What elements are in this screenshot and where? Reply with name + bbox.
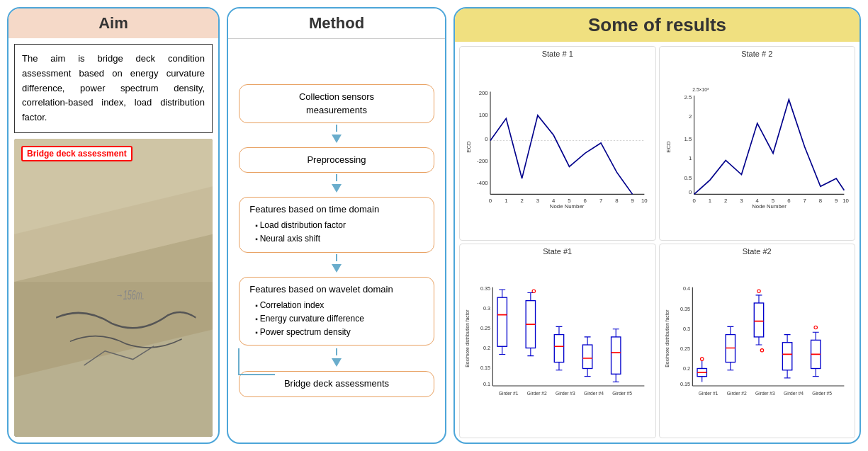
svg-point-127 (760, 349, 763, 352)
svg-rect-85 (582, 345, 592, 368)
chart-state1-box-title: State #1 (463, 247, 653, 256)
method-step-features-wavelet: Features based on wavelet domain Correla… (239, 277, 434, 346)
chart-state1-line: State # 1 200 100 0 -200 -400 0 1 2 3 (459, 46, 656, 241)
svg-text:Girder #5: Girder #5 (812, 391, 832, 396)
svg-text:0.3: 0.3 (682, 326, 689, 332)
bridge-assessment-label: Bridge deck assessments (284, 378, 389, 389)
features-wavelet-item2: Energy curvature difference (255, 312, 423, 326)
svg-text:Girder #2: Girder #2 (527, 391, 547, 396)
svg-text:8: 8 (615, 198, 618, 204)
svg-text:Girder #1: Girder #1 (698, 391, 718, 396)
svg-text:3: 3 (740, 198, 743, 204)
svg-text:-400: -400 (477, 180, 488, 186)
svg-text:Box/more distribution factor: Box/more distribution factor (465, 309, 470, 367)
svg-text:4: 4 (552, 198, 556, 204)
svg-text:Girder #4: Girder #4 (784, 391, 804, 396)
svg-text:0.5: 0.5 (684, 175, 692, 181)
features-wavelet-title: Features based on wavelet domain (249, 283, 423, 296)
bridge-image: →156m. Bridge deck assessment (14, 139, 213, 437)
chart-state1-box-svg: 0.35 0.3 0.25 0.2 0.15 0.1 Girder #1 Gir… (463, 257, 653, 432)
features-time-list: Load distribution factor Neural axis shi… (249, 219, 423, 246)
arrow-head2 (332, 184, 342, 193)
svg-text:6: 6 (584, 198, 587, 204)
svg-text:Girder #3: Girder #3 (755, 391, 774, 396)
arrow-with-feedback (228, 348, 445, 370)
features-wavelet-list: Correlation index Energy curvature diffe… (249, 299, 423, 340)
svg-text:9: 9 (631, 198, 633, 204)
aim-text-box: The aim is bridge deck condition assessm… (14, 44, 213, 133)
svg-text:2.5: 2.5 (684, 94, 692, 101)
feedback-line-horizontal (238, 374, 275, 375)
aim-text: The aim is bridge deck condition assessm… (22, 53, 205, 122)
preprocessing-label: Preprocessing (307, 154, 366, 165)
features-time-title: Features based on time domain (249, 203, 423, 216)
svg-text:0.35: 0.35 (480, 285, 490, 292)
svg-text:2: 2 (688, 113, 691, 120)
svg-point-113 (700, 358, 703, 360)
svg-text:6: 6 (787, 198, 790, 204)
feedback-line-vertical (238, 348, 239, 375)
svg-point-140 (814, 326, 817, 329)
svg-text:2: 2 (723, 198, 726, 204)
collection-label: Collection sensorsmeasurements (299, 91, 374, 115)
results-content: State # 1 200 100 0 -200 -400 0 1 2 3 (455, 42, 859, 443)
svg-text:Box/more distribution factor: Box/more distribution factor (664, 309, 669, 367)
arrow-line (336, 125, 337, 132)
svg-text:0.25: 0.25 (680, 346, 689, 352)
svg-rect-66 (497, 297, 507, 346)
features-wavelet-item3: Power spectrum density (255, 326, 423, 339)
method-flow: Collection sensorsmeasurements Preproces… (228, 39, 445, 443)
svg-text:9: 9 (835, 198, 838, 204)
chart-state2-box-svg: 0.4 0.35 0.3 0.25 0.2 0.15 Girder #1 Gir… (663, 257, 852, 432)
svg-text:ECD: ECD (466, 141, 472, 153)
method-step-collection: Collection sensorsmeasurements (239, 84, 434, 122)
svg-text:1: 1 (688, 155, 691, 161)
svg-rect-91 (611, 337, 621, 374)
features-wavelet-item1: Correlation index (255, 299, 423, 312)
chart-state1-box: State #1 0.35 0.3 0.25 0.2 0.15 0.1 Gird… (459, 244, 656, 438)
chart-state1-svg: 200 100 0 -200 -400 0 1 2 3 4 5 6 7 8 9 (463, 59, 653, 234)
svg-rect-124 (754, 303, 763, 337)
svg-text:Girder #5: Girder #5 (612, 391, 632, 396)
crack-svg: →156m. (14, 139, 213, 437)
svg-text:0.15: 0.15 (680, 381, 689, 387)
arrow-line4 (336, 348, 337, 355)
svg-rect-79 (554, 335, 563, 362)
svg-text:4: 4 (755, 198, 759, 204)
svg-text:5: 5 (771, 198, 774, 204)
svg-text:0.35: 0.35 (680, 306, 689, 312)
method-step-features-time: Features based on time domain Load distr… (239, 197, 434, 253)
results-panel: Some of results State # 1 200 100 0 -200… (453, 7, 861, 444)
svg-text:100: 100 (479, 112, 489, 118)
svg-text:1.5: 1.5 (684, 136, 692, 142)
chart-state1-line-title: State # 1 (463, 50, 653, 58)
chart-state2-box-title: State #2 (663, 247, 852, 256)
arrow-head3 (332, 264, 342, 273)
chart-state2-box: State #2 0.4 0.35 0.3 0.25 0.2 0.15 Gird… (659, 244, 856, 438)
svg-text:3: 3 (536, 198, 539, 204)
method-step-preprocessing: Preprocessing (239, 147, 434, 173)
chart-state2-line: State # 2 2.5×10³ 2.5 2 1.5 1 0.5 0 0 (659, 46, 856, 241)
svg-text:0.2: 0.2 (682, 365, 689, 372)
arrow2 (332, 174, 342, 195)
main-layout: Aim The aim is bridge deck condition ass… (0, 0, 868, 451)
features-time-item1: Load distribution factor (255, 219, 423, 232)
chart-state2-line-title: State # 2 (663, 50, 852, 58)
svg-text:1: 1 (505, 198, 507, 204)
arrow1 (332, 125, 342, 146)
svg-text:Girder #3: Girder #3 (556, 391, 575, 396)
svg-text:0.2: 0.2 (483, 345, 490, 351)
arrow-head (332, 135, 342, 143)
arrow-line3 (336, 254, 337, 261)
svg-text:Node Number: Node Number (752, 203, 787, 210)
svg-point-126 (757, 290, 760, 292)
svg-text:0.1: 0.1 (483, 381, 490, 387)
method-header: Method (228, 8, 445, 39)
aim-content: The aim is bridge deck condition assessm… (9, 38, 218, 443)
svg-text:200: 200 (479, 90, 489, 96)
svg-text:10: 10 (842, 198, 849, 204)
svg-text:0.4: 0.4 (682, 285, 689, 292)
svg-text:10: 10 (641, 198, 648, 204)
results-header: Some of results (455, 8, 859, 42)
arrow4 (228, 348, 445, 370)
